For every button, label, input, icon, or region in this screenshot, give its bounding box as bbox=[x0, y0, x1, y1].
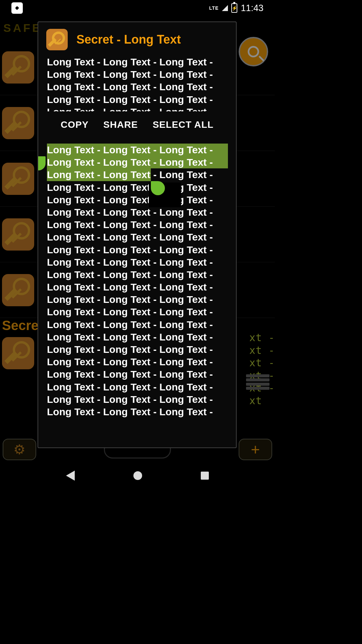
add-button[interactable]: + bbox=[239, 439, 272, 460]
copy-button[interactable]: COPY bbox=[61, 119, 88, 130]
settings-button[interactable]: ⚙ bbox=[3, 439, 36, 460]
brand: SAFE bbox=[3, 21, 42, 35]
key-icon bbox=[2, 51, 34, 84]
menu-icon[interactable] bbox=[246, 373, 269, 391]
search-button[interactable] bbox=[239, 37, 268, 66]
status-bar: LTE ⚡ 11:43 bbox=[0, 0, 275, 16]
context-menu: COPY SHARE SELECT ALL bbox=[38, 111, 236, 144]
nav-home-button[interactable] bbox=[133, 471, 142, 480]
clock: 11:43 bbox=[241, 3, 263, 13]
key-icon bbox=[46, 29, 68, 50]
key-icon bbox=[2, 218, 34, 251]
app-status-icon bbox=[11, 2, 23, 14]
gear-icon: ⚙ bbox=[13, 442, 25, 457]
network-label: LTE bbox=[209, 5, 219, 11]
secret-dialog: Secret - Long Text Long Text - Long Text… bbox=[38, 21, 237, 448]
search-icon bbox=[248, 46, 259, 57]
select-all-button[interactable]: SELECT ALL bbox=[153, 119, 214, 130]
nav-recent-button[interactable] bbox=[201, 472, 209, 480]
key-icon bbox=[2, 107, 34, 139]
bg-text-preview: xt - xt - xt - xt - xt - xt bbox=[249, 331, 275, 407]
text-block-top[interactable]: Long Text - Long Text - Long Text - Long… bbox=[38, 54, 236, 111]
key-icon bbox=[2, 163, 34, 195]
share-button[interactable]: SHARE bbox=[103, 119, 138, 130]
nav-back-button[interactable] bbox=[66, 471, 75, 481]
key-icon bbox=[2, 337, 34, 369]
selection-handle-end[interactable] bbox=[151, 181, 165, 195]
signal-icon bbox=[222, 5, 228, 11]
navigation-bar bbox=[0, 463, 275, 488]
text-block-bottom[interactable]: Long Text - Long Text - Long Text - Long… bbox=[38, 144, 236, 447]
battery-icon: ⚡ bbox=[231, 3, 237, 13]
plus-icon: + bbox=[251, 440, 260, 459]
dialog-title: Secret - Long Text bbox=[76, 33, 181, 47]
key-icon bbox=[2, 274, 34, 306]
